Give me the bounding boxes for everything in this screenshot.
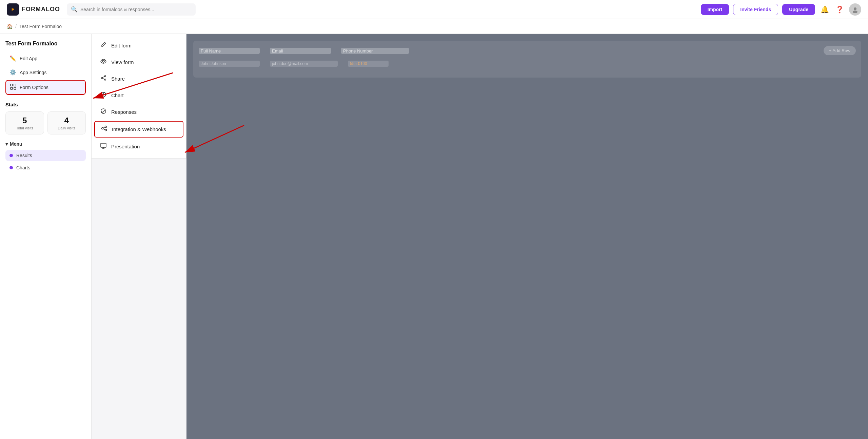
svg-rect-19 (101, 143, 106, 147)
nav-right: Import Invite Friends Upgrade 🔔 ❓ (701, 3, 861, 16)
total-visits-label: Total visits (10, 126, 40, 130)
view-form-icon (100, 58, 107, 66)
chart-icon (100, 91, 107, 99)
stats-cards: 5 Total visits 4 Daily visits (5, 111, 86, 134)
col-phone: Phone Number (341, 48, 409, 54)
edit-form-icon (100, 42, 107, 49)
dropdown-share-label: Share (111, 76, 125, 82)
menu-item-results-label: Results (16, 153, 32, 158)
total-visits-num: 5 (10, 116, 40, 125)
menu-section: ▾ Menu Results Charts (5, 141, 86, 173)
home-icon[interactable]: 🏠 (7, 24, 13, 29)
dropdown-presentation-label: Presentation (111, 144, 140, 149)
svg-point-6 (102, 60, 104, 62)
cell-email: john.doe@mail.com (270, 61, 338, 67)
daily-visits-card: 4 Daily visits (47, 111, 86, 134)
dropdown-edit-form-label: Edit form (111, 43, 132, 48)
results-dot (9, 154, 13, 157)
col-email: Email (270, 48, 331, 54)
svg-point-1 (853, 11, 857, 13)
sidebar-item-form-options[interactable]: Form Options (5, 80, 86, 95)
app-settings-icon: ⚙️ (9, 69, 16, 76)
svg-rect-2 (11, 84, 13, 86)
svg-point-7 (104, 76, 106, 77)
svg-line-11 (102, 78, 104, 79)
share-icon (100, 75, 107, 83)
daily-visits-label: Daily visits (52, 126, 82, 130)
sidebar-item-app-settings-label: App Settings (20, 70, 46, 75)
table-header-row: Full Name Email Phone Number + Add Row (199, 46, 856, 55)
main-inner: Full Name Email Phone Number + Add Row J… (193, 41, 861, 78)
logo-icon: F (7, 3, 19, 16)
table-row: John Johnson john.doe@mail.com 555-0100 (199, 61, 856, 67)
form-options-icon (10, 84, 16, 91)
svg-line-18 (103, 129, 105, 130)
notification-icon[interactable]: 🔔 (819, 4, 830, 15)
sidebar: Test Form Formaloo ✏️ Edit App ⚙️ App Se… (0, 34, 92, 439)
sidebar-item-app-settings[interactable]: ⚙️ App Settings (5, 66, 86, 79)
dropdown-item-chart[interactable]: Chart (92, 87, 186, 104)
logo-area: F FORMALOO (7, 3, 60, 16)
menu-header[interactable]: ▾ Menu (5, 141, 86, 147)
dropdown-item-presentation[interactable]: Presentation (92, 138, 186, 155)
dropdown-panel: Edit form View form Share (92, 34, 186, 159)
dropdown-responses-label: Responses (111, 109, 137, 115)
dropdown-item-responses[interactable]: Responses (92, 104, 186, 120)
charts-dot (9, 166, 13, 169)
svg-rect-3 (14, 84, 16, 86)
dropdown-integration-label: Integration & Webhooks (112, 126, 166, 132)
svg-point-14 (102, 128, 103, 129)
dropdown-item-edit-form[interactable]: Edit form (92, 37, 186, 54)
cell-fullname: John Johnson (199, 61, 260, 67)
search-icon: 🔍 (71, 6, 78, 13)
svg-point-13 (101, 109, 106, 113)
logo-text: FORMALOO (22, 6, 60, 13)
edit-app-icon: ✏️ (9, 55, 16, 62)
breadcrumb: 🏠 / Test Form Formaloo (0, 19, 868, 34)
responses-icon (100, 108, 107, 116)
stats-title: Stats (5, 102, 86, 107)
import-button[interactable]: Import (701, 4, 729, 15)
svg-point-0 (854, 7, 856, 10)
daily-visits-num: 4 (52, 116, 82, 125)
dropdown-view-form-label: View form (111, 59, 134, 65)
sidebar-item-edit-app[interactable]: ✏️ Edit App (5, 52, 86, 65)
integration-icon (100, 125, 108, 133)
help-icon[interactable]: ❓ (834, 4, 845, 15)
dropdown-item-view-form[interactable]: View form (92, 54, 186, 70)
svg-rect-5 (14, 87, 16, 89)
add-row-button[interactable]: + Add Row (824, 46, 856, 55)
avatar[interactable] (849, 3, 861, 16)
menu-item-results[interactable]: Results (5, 150, 86, 161)
chevron-down-icon: ▾ (5, 141, 8, 147)
search-bar[interactable]: 🔍 (67, 3, 196, 16)
presentation-icon (100, 143, 107, 150)
total-visits-card: 5 Total visits (5, 111, 44, 134)
layout: Test Form Formaloo ✏️ Edit App ⚙️ App Se… (0, 0, 868, 439)
svg-line-10 (102, 77, 104, 78)
search-input[interactable] (80, 7, 192, 12)
dropdown-item-integration[interactable]: Integration & Webhooks (94, 121, 183, 138)
svg-point-15 (105, 126, 107, 128)
sidebar-title: Test Form Formaloo (5, 41, 86, 47)
menu-item-charts-label: Charts (16, 165, 30, 170)
svg-rect-4 (11, 87, 13, 89)
menu-item-charts[interactable]: Charts (5, 162, 86, 173)
dropdown-item-share[interactable]: Share (92, 70, 186, 87)
sidebar-item-form-options-label: Form Options (20, 85, 48, 90)
cell-phone: 555-0100 (348, 61, 389, 67)
svg-point-16 (105, 129, 107, 131)
breadcrumb-page: Test Form Formaloo (19, 24, 62, 29)
invite-button[interactable]: Invite Friends (733, 4, 778, 15)
svg-point-8 (101, 77, 102, 79)
svg-line-17 (103, 127, 105, 128)
dropdown-chart-label: Chart (111, 92, 124, 98)
stats-section: Stats 5 Total visits 4 Daily visits (5, 102, 86, 134)
topnav: F FORMALOO 🔍 Import Invite Friends Upgra… (0, 0, 868, 19)
breadcrumb-separator: / (15, 24, 17, 29)
menu-title: Menu (10, 141, 22, 147)
upgrade-button[interactable]: Upgrade (782, 4, 815, 15)
main-content: Full Name Email Phone Number + Add Row J… (186, 34, 868, 439)
svg-point-9 (104, 79, 106, 80)
data-table: Full Name Email Phone Number + Add Row J… (193, 41, 861, 78)
